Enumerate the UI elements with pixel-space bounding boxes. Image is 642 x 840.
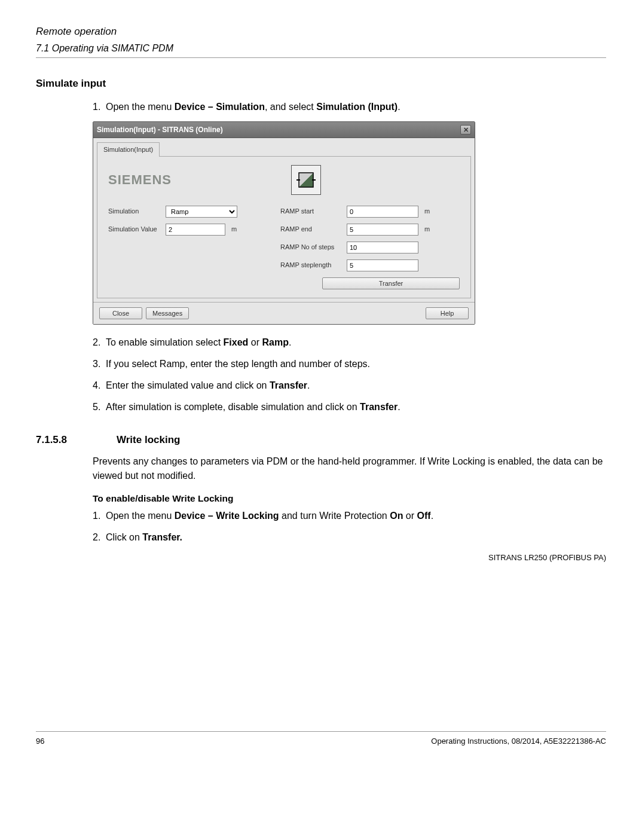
paragraph: Prevents any changes to parameters via P… <box>93 454 606 483</box>
text: To enable simulation select <box>106 337 224 347</box>
text: or <box>248 337 262 347</box>
ramp-steplength-label: RAMP steplength <box>280 260 343 270</box>
text: . <box>289 337 291 347</box>
text: . <box>307 380 310 390</box>
step-2: To enable simulation select Fixed or Ram… <box>106 335 606 350</box>
text: . <box>431 511 433 521</box>
breadcrumb-sub: 7.1 Operating via SIMATIC PDM <box>36 41 606 58</box>
bold-text: Transfer <box>360 402 398 412</box>
close-button[interactable]: Close <box>99 307 142 319</box>
ramp-steps-field[interactable] <box>347 242 418 253</box>
unit-m: m <box>424 224 430 234</box>
ramp-start-field[interactable] <box>347 206 418 218</box>
text: Open the menu <box>106 511 175 521</box>
page-footer: 96 Operating Instructions, 08/2014, A5E3… <box>36 731 606 747</box>
text: Open the menu <box>106 102 175 112</box>
ramp-start-label: RAMP start <box>280 206 343 216</box>
text: , and select <box>265 102 316 112</box>
list-number: 5. <box>93 400 106 414</box>
transfer-button[interactable]: Transfer <box>322 277 460 289</box>
unit-m: m <box>231 224 237 234</box>
simulation-dialog: Simulation(Input) - SITRANS (Online) ✕ S… <box>93 121 475 325</box>
text: . <box>398 102 400 112</box>
ramp-steps-label: RAMP No of steps <box>280 242 343 252</box>
text: Click on <box>106 532 142 542</box>
ramp-end-field[interactable] <box>347 224 418 236</box>
section-number: 7.1.5.8 <box>36 432 117 448</box>
titlebar: Simulation(Input) - SITRANS (Online) ✕ <box>93 122 475 138</box>
tab-simulation-input[interactable]: Simulation(Input) <box>97 142 160 157</box>
list-number: 1. <box>93 509 106 523</box>
sub-heading: To enable/disable Write Locking <box>93 491 606 505</box>
write-step-1: Open the menu Device – Write Locking and… <box>106 509 606 523</box>
simulation-select[interactable]: Ramp <box>166 206 237 218</box>
bold-text: Ramp <box>262 337 288 347</box>
simulation-icon <box>291 165 321 195</box>
step-1: Open the menu Device – Simulation, and s… <box>106 100 606 114</box>
simulation-value-field[interactable] <box>166 224 225 236</box>
section-heading: 7.1.5.8 Write locking <box>36 432 606 448</box>
text: and turn Write Protection <box>279 511 390 521</box>
dialog-footer: Close Messages Help <box>93 302 475 324</box>
list-number: 3. <box>93 357 106 371</box>
bold-text: Simulation (Input) <box>316 102 398 112</box>
text: or <box>403 511 417 521</box>
section-heading-text: Write locking <box>117 432 180 448</box>
simulation-value-label: Simulation Value <box>108 224 162 234</box>
brand-logo: SIEMENS <box>108 170 172 190</box>
ramp-steplength-field[interactable] <box>347 259 418 271</box>
text: After simulation is complete, disable si… <box>106 402 360 412</box>
step-5: After simulation is complete, disable si… <box>106 400 606 414</box>
footer-doc-info: Operating Instructions, 08/2014, A5E3222… <box>431 735 606 747</box>
section-title: Simulate input <box>36 76 606 91</box>
step-3: If you select Ramp, enter the step lengt… <box>106 357 606 371</box>
dialog-panel: SIEMENS Simulation Ram <box>97 156 471 298</box>
help-button[interactable]: Help <box>426 307 469 319</box>
close-icon[interactable]: ✕ <box>460 125 471 135</box>
text: Enter the simulated value and click on <box>106 380 270 390</box>
list-number: 1. <box>93 100 106 114</box>
page-number: 96 <box>36 735 44 747</box>
bold-text: Fixed <box>224 337 249 347</box>
messages-button[interactable]: Messages <box>146 307 189 319</box>
bold-text: Transfer <box>270 380 307 390</box>
step-4: Enter the simulated value and click on T… <box>106 378 606 393</box>
list-number: 2. <box>93 335 106 350</box>
dialog-title: Simulation(Input) - SITRANS (Online) <box>97 124 223 135</box>
breadcrumb: Remote operation <box>36 24 606 39</box>
unit-m: m <box>424 206 430 216</box>
bold-text: Device – Write Locking <box>175 511 279 521</box>
text: . <box>398 402 400 412</box>
bold-text: On <box>390 511 403 521</box>
bold-text: Off <box>417 511 431 521</box>
simulation-label: Simulation <box>108 206 162 216</box>
write-step-2: Click on Transfer. <box>106 530 606 545</box>
ramp-end-label: RAMP end <box>280 224 343 234</box>
list-number: 2. <box>93 530 106 545</box>
list-number: 4. <box>93 378 106 393</box>
bold-text: Transfer. <box>142 532 182 542</box>
footer-product: SITRANS LR250 (PROFIBUS PA) <box>36 552 606 564</box>
bold-text: Device – Simulation <box>175 102 265 112</box>
